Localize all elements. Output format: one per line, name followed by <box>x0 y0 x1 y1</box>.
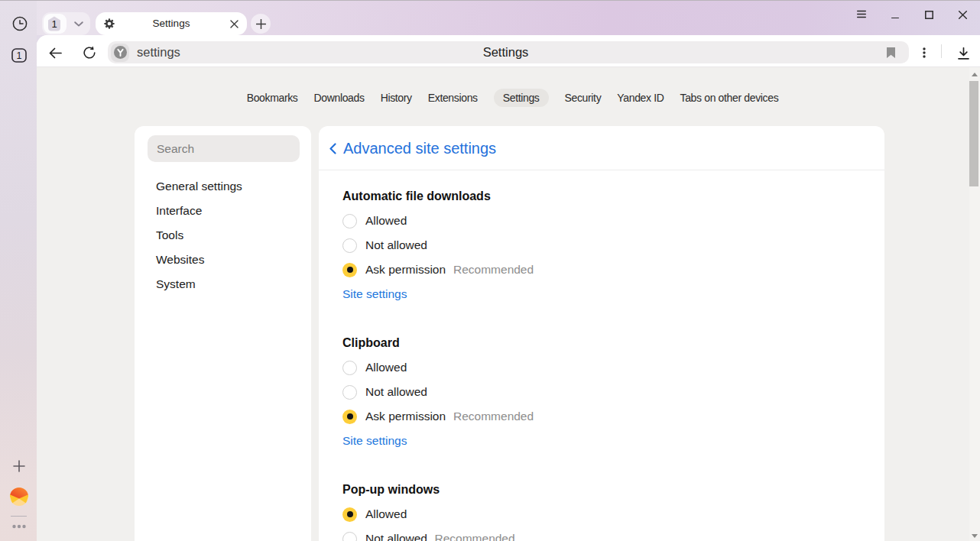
svg-text:1: 1 <box>17 50 22 61</box>
svg-text:1: 1 <box>51 18 57 30</box>
